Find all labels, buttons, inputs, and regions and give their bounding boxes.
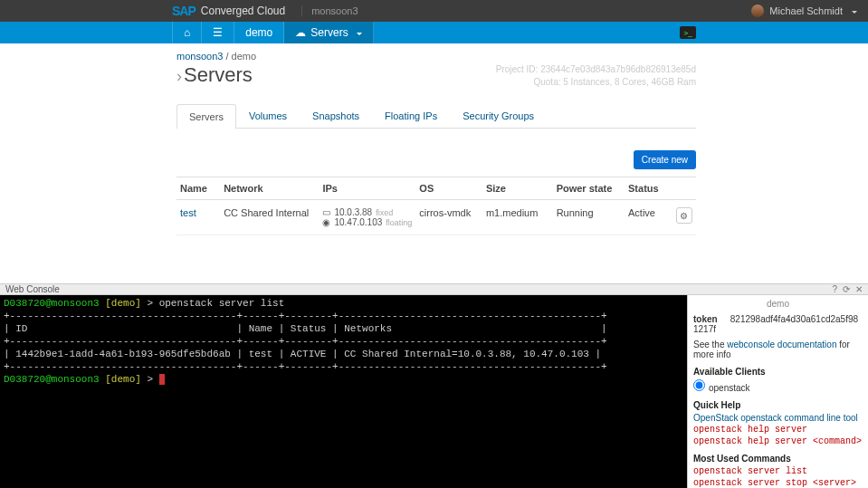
client-openstack-label: openstack — [709, 383, 750, 393]
side-context: demo — [693, 299, 863, 309]
quick-help-title: Quick Help — [693, 400, 863, 410]
project-quota: Quota: 5 Instances, 8 Cores, 46GB Ram — [496, 76, 696, 89]
tab-floating-ips[interactable]: Floating IPs — [372, 103, 450, 128]
col-ips: IPs — [319, 177, 415, 200]
cmd-sample[interactable]: openstack help server — [693, 425, 863, 435]
breadcrumb-parent[interactable]: monsoon3 — [176, 51, 223, 62]
tabs: Servers Volumes Snapshots Floating IPs S… — [176, 103, 696, 129]
globe-icon: ◉ — [322, 217, 330, 227]
cmd-sample[interactable]: openstack server stop <server> — [693, 478, 863, 488]
nav-demo[interactable]: demo — [234, 22, 284, 43]
doc-link[interactable]: webconsole documentation — [727, 340, 836, 349]
project-meta: Project ID: 23644c7e03d843a7b96db826913e… — [496, 63, 696, 89]
gear-icon: ⚙ — [680, 211, 688, 221]
breadcrumb: monsoon3 / demo — [176, 51, 696, 62]
row-actions-button[interactable]: ⚙ — [676, 207, 692, 224]
nav-list[interactable]: ☰ — [202, 22, 234, 43]
col-power: Power state — [553, 177, 625, 200]
server-name-link[interactable]: test — [180, 207, 196, 218]
table-row: test CC Shared Internal ▭10.0.3.88 fixed… — [176, 200, 696, 235]
quick-help-link[interactable]: OpenStack openstack command line tool — [693, 413, 858, 423]
token-label: token — [693, 314, 728, 324]
col-network: Network — [220, 177, 319, 200]
col-size: Size — [482, 177, 553, 200]
server-network: CC Shared Internal — [220, 200, 319, 235]
primary-nav: ⌂ ☰ demo ☁ Servers >_ — [0, 22, 868, 43]
avatar — [751, 5, 764, 17]
nic-icon: ▭ — [322, 207, 330, 217]
cmd-sample[interactable]: openstack server list — [693, 466, 863, 476]
client-openstack-radio[interactable] — [693, 379, 705, 391]
server-os: cirros-vmdk — [415, 200, 482, 235]
project-id: Project ID: 23644c7e03d843a7b96db826913e… — [496, 63, 696, 76]
tab-snapshots[interactable]: Snapshots — [300, 103, 372, 128]
tab-servers[interactable]: Servers — [176, 104, 236, 129]
tab-volumes[interactable]: Volumes — [236, 103, 300, 128]
breadcrumb-current: demo — [232, 51, 257, 62]
page-title: ›Servers — [176, 63, 253, 87]
web-console: Web Console ? ⟳ ✕ D038720@monsoon3 [demo… — [0, 283, 868, 488]
help-icon[interactable]: ? — [832, 284, 837, 294]
servers-table: Name Network IPs OS Size Power state Sta… — [176, 177, 696, 235]
nav-home[interactable]: ⌂ — [172, 22, 202, 43]
col-os: OS — [415, 177, 482, 200]
console-header: Web Console ? ⟳ ✕ — [0, 283, 868, 295]
col-actions — [672, 177, 696, 200]
home-icon: ⌂ — [184, 26, 190, 39]
refresh-icon[interactable]: ⟳ — [843, 284, 850, 294]
sap-logo: SAP — [172, 4, 196, 18]
cmd-sample[interactable]: openstack help server <command> — [693, 436, 863, 446]
available-clients-title: Available Clients — [693, 367, 863, 377]
chevron-down-icon — [353, 26, 362, 39]
user-menu[interactable]: Michael Schmidt — [751, 5, 857, 17]
main-content: monsoon3 / demo ›Servers Project ID: 236… — [0, 43, 868, 235]
col-name: Name — [176, 177, 220, 200]
global-header: SAP Converged Cloud monsoon3 Michael Sch… — [0, 0, 868, 22]
nav-servers[interactable]: ☁ Servers — [284, 22, 373, 43]
server-power: Running — [553, 200, 625, 235]
console-sidebar: demo token 821298adf4fa4d30a61cd2a5f9812… — [687, 295, 868, 488]
most-used-title: Most Used Commands — [693, 454, 863, 464]
list-icon: ☰ — [213, 26, 223, 39]
terminal[interactable]: D038720@monsoon3 [demo] > openstack serv… — [0, 295, 687, 488]
chevron-down-icon — [848, 5, 857, 16]
user-name: Michael Schmidt — [769, 5, 843, 16]
create-new-button[interactable]: Create new — [634, 150, 696, 169]
tab-security-groups[interactable]: Security Groups — [450, 103, 547, 128]
console-title: Web Console — [5, 284, 60, 294]
server-status: Active — [625, 200, 672, 235]
close-icon[interactable]: ✕ — [855, 284, 863, 294]
environment-label[interactable]: monsoon3 — [301, 5, 358, 16]
server-ips: ▭10.0.3.88 fixed ◉10.47.0.103 floating — [319, 200, 415, 235]
doc-line: See the webconsole documentation for mor… — [693, 340, 863, 359]
col-status: Status — [625, 177, 672, 200]
server-size: m1.medium — [482, 200, 553, 235]
terminal-toggle-button[interactable]: >_ — [680, 26, 696, 39]
product-title: Converged Cloud — [201, 5, 285, 17]
cloud-icon: ☁ — [295, 26, 306, 39]
